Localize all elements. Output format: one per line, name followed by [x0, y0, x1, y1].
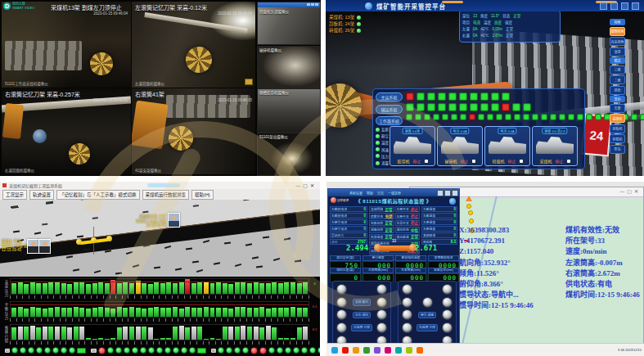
round-button[interactable] — [402, 309, 412, 320]
cell-label: 左牵温度 — [423, 220, 435, 224]
person-photo[interactable] — [38, 239, 51, 254]
menu-item-系统设置[interactable]: 系统设置 — [349, 191, 363, 196]
menu-item-自由视角[interactable]: 自由视角 — [610, 37, 625, 46]
minimize-button[interactable]: — — [619, 189, 627, 194]
round-button[interactable] — [376, 322, 387, 333]
menu-item-转载机[interactable]: 转载机 — [610, 134, 625, 143]
max-icon[interactable] — [311, 3, 314, 6]
round-button[interactable] — [376, 284, 387, 295]
round-button[interactable] — [402, 297, 412, 308]
camera-thumbnail-1[interactable]: 转载机头部摄像仪 — [257, 2, 321, 45]
camera-thumbnail-4[interactable]: 51101泵站摄像仪 — [257, 133, 321, 176]
equipment-card-采煤机[interactable]: 速度 0.0 高2.6采煤机停止 — [532, 126, 578, 166]
support-indicator — [218, 347, 224, 354]
taskbar-icon[interactable] — [385, 347, 391, 354]
taskbar-icon[interactable] — [353, 347, 359, 354]
toolbar-button[interactable]: 采煤机运行数据浏览 — [142, 190, 190, 200]
menu-item-采煤机[interactable]: 采煤机 — [610, 114, 625, 123]
camera-tile-3[interactable]: 右滚筒记忆刀架 采高-0.257米 2023-01-15 09:46:05 右滚… — [2, 88, 131, 174]
maximize-button[interactable] — [444, 190, 451, 196]
toolbar-button[interactable]: 帮助(H) — [191, 190, 214, 200]
taskbar-icon[interactable] — [417, 347, 423, 354]
toolbar-button[interactable]: 工况显示 — [2, 190, 27, 200]
camera-tile-1[interactable]: D 视讯云联SMART VIDEO 采煤机13架 割煤左刀须停止 2023-01… — [2, 2, 131, 88]
menu-item-刮板机[interactable]: 刮板机 — [610, 124, 625, 133]
round-button[interactable] — [336, 309, 347, 320]
menu-item-帮助[interactable]: 帮助 — [367, 191, 373, 196]
window-titlebar[interactable]: 系统设置帮助日志一键还原 — [328, 189, 459, 196]
round-button[interactable] — [422, 297, 433, 308]
env-row: 瓦斯 — [376, 126, 389, 133]
toolbar-button[interactable]: 轨迹设置 — [29, 190, 54, 200]
windows-taskbar[interactable]: 9:46 2023/12/15 — [327, 343, 644, 356]
taskbar-icon[interactable] — [363, 347, 370, 354]
seam-profile-map[interactable]: 采煤机司机 王军51101工作面 13架12-15 09:46 班组长 李强51… — [0, 200, 320, 277]
round-button[interactable] — [336, 297, 347, 308]
pill-main-transport[interactable]: 主运系统 — [376, 92, 403, 101]
person-photo[interactable] — [168, 213, 180, 228]
taskbar-icon[interactable] — [395, 347, 402, 354]
taskbar-icon[interactable] — [374, 347, 381, 354]
minimize-button[interactable] — [437, 190, 444, 196]
toolbar-button[interactable]: 「记忆截割」与「人工示教」模式切换 — [56, 190, 140, 200]
menu-item-支架[interactable]: 支架 — [610, 104, 625, 113]
telemetry-value: 电流 — [473, 20, 480, 25]
round-button[interactable] — [402, 322, 412, 333]
person-photo[interactable] — [27, 239, 39, 254]
taskbar-icon[interactable] — [406, 347, 412, 354]
round-button[interactable] — [336, 322, 347, 333]
round-button[interactable] — [442, 322, 453, 333]
round-button[interactable] — [442, 297, 453, 308]
fullscreen-icon[interactable] — [632, 2, 639, 10]
round-button[interactable] — [336, 284, 347, 295]
shearer-map-icon[interactable] — [76, 234, 114, 250]
pip-icon[interactable] — [245, 79, 253, 85]
pill-aux-transport[interactable]: 辅运系统 — [376, 105, 403, 114]
minimize-button[interactable]: — — [295, 183, 303, 188]
window-controls[interactable]: —▢✕ — [619, 188, 641, 194]
grid-col-right: 左截温度0右截温度0左牵温度0右牵温度0变频器温0俯仰角8.3 — [421, 206, 457, 242]
window-icon[interactable] — [600, 2, 607, 10]
shearer-remote-window[interactable]: 系统设置帮助日志一键还原 国家能源 《 81101S煤机远程状态监控 》 左截割… — [327, 188, 460, 350]
menu-item-漫游[interactable]: 漫游 — [610, 47, 625, 56]
chart-bar — [154, 282, 159, 294]
round-button[interactable] — [376, 309, 387, 320]
equipment-card-破碎机[interactable]: 电流 0.0A破碎机停止 — [437, 126, 483, 166]
menu-item-泵站[interactable]: 泵站 — [610, 145, 625, 154]
menu-item-三维[interactable]: 三维 — [610, 65, 625, 74]
round-button[interactable] — [442, 309, 453, 320]
round-button[interactable] — [442, 284, 453, 295]
taskbar-icon[interactable] — [342, 347, 349, 354]
system-tray[interactable]: 9:46 2023/12/15 — [618, 348, 642, 352]
menu-item-跟随视角[interactable]: 跟随视角 — [610, 27, 625, 36]
camera-thumbnail-3[interactable]: 顺槽胶带机摄像仪 — [257, 88, 321, 133]
equipment-card-转载机[interactable]: 电流 0.0A转载机停止 — [484, 126, 530, 166]
camera-thumbnail-2[interactable]: 破碎机摄像仪 — [257, 46, 321, 89]
settings-icon[interactable] — [621, 2, 628, 10]
taskbar-icon[interactable] — [331, 347, 338, 354]
min-icon[interactable] — [307, 3, 310, 6]
chart-bar — [235, 282, 240, 294]
layers-icon[interactable] — [610, 2, 618, 10]
menu-item-二维[interactable]: 二维 — [610, 75, 625, 84]
menu-item-一键还原[interactable]: 一键还原 — [388, 191, 401, 196]
window-titlebar[interactable]: 采煤机记忆截割工况监测系统 —▢✕ — [0, 182, 320, 189]
telemetry-row: 右滚0A41℃2.67m正常 — [462, 32, 557, 38]
window-controls[interactable] — [437, 190, 458, 196]
window-controls[interactable]: —▢✕ — [295, 183, 317, 188]
maximize-button[interactable]: ▢ — [303, 183, 310, 188]
chart-bar — [160, 338, 165, 340]
pill-face-system[interactable]: 工作面系统 — [376, 116, 403, 125]
equipment-card-胶带机[interactable]: 速度 0.0米胶带机停止 — [390, 126, 435, 166]
round-button[interactable] — [402, 284, 412, 295]
menu-item-日志[interactable]: 日志 — [377, 191, 384, 196]
maximize-button[interactable]: ▢ — [627, 189, 634, 194]
close-button[interactable]: ✕ — [634, 189, 641, 194]
close-button[interactable]: ✕ — [310, 183, 317, 188]
round-button[interactable] — [376, 297, 387, 308]
camera-tile-4[interactable]: 右滚筒41架 2023-01-15 09:46:05 41架支架摄像仪 — [132, 88, 255, 174]
close-button[interactable] — [452, 190, 458, 196]
close-icon[interactable] — [315, 3, 318, 6]
menu-item-巡检[interactable]: 巡检 — [610, 86, 625, 95]
camera-tile-2[interactable]: 左滚筒记忆刀架 采高-0.12米 2023-01-15 09:46:04 左滚筒… — [132, 2, 255, 88]
